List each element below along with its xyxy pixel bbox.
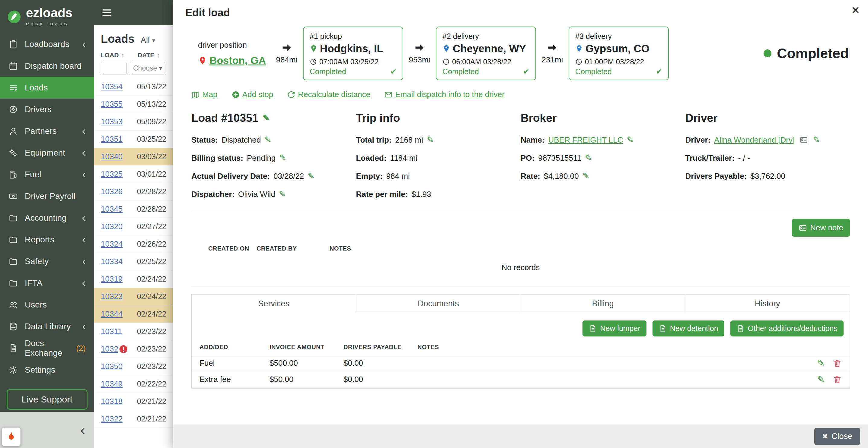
load-number-link[interactable]: 10325 [101, 169, 123, 179]
load-row[interactable]: 103202/23/22 [94, 340, 173, 358]
driver-position-link[interactable]: Boston, GA [210, 55, 266, 66]
load-row[interactable]: 1032503/01/22 [94, 166, 173, 183]
tab-services[interactable]: Services [191, 294, 356, 313]
column-date[interactable]: DATE ↕ [137, 51, 160, 59]
sidebar-item-loads[interactable]: Loads [0, 77, 94, 99]
column-load[interactable]: LOAD ↕ [101, 51, 137, 59]
sort-icon[interactable]: ↕ [157, 52, 160, 59]
load-number-link[interactable]: 10350 [101, 362, 123, 371]
load-number-link[interactable]: 10353 [101, 117, 123, 126]
sidebar-item-fuel[interactable]: Fuel ‹ [0, 164, 94, 185]
sidebar-item-docs-exchange[interactable]: Docs Exchange (2) [0, 337, 94, 359]
stop-card-pickup-1[interactable]: #1 pickup Hodgkins, IL 07:00AM 03/25/22 … [303, 27, 403, 80]
load-number-link[interactable]: 10320 [101, 222, 123, 231]
load-number-link[interactable]: 10354 [101, 82, 123, 91]
load-number-link[interactable]: 10318 [101, 397, 123, 406]
delete-service-icon[interactable] [833, 358, 842, 368]
tab-billing[interactable]: Billing [521, 294, 685, 313]
edit-status-icon[interactable]: ✎ [265, 136, 271, 144]
load-row[interactable]: 1034003/03/22 [94, 148, 173, 166]
load-number-link[interactable]: 10326 [101, 187, 123, 196]
sidebar-item-equipment[interactable]: Equipment ‹ [0, 142, 94, 164]
close-button[interactable]: ✖ Close [814, 428, 860, 445]
sidebar-item-accounting[interactable]: Accounting ‹ [0, 207, 94, 229]
edit-delivery-date-icon[interactable]: ✎ [308, 172, 314, 180]
menu-icon[interactable] [101, 7, 112, 18]
load-row[interactable]: 1035103/25/22 [94, 131, 173, 148]
sidebar-item-reports[interactable]: Reports ‹ [0, 229, 94, 250]
stop-card-delivery-2[interactable]: #2 delivery Cheyenne, WY 06:00AM 03/28/2… [436, 27, 536, 80]
load-number-link[interactable]: 10345 [101, 204, 123, 214]
load-number-link[interactable]: 10349 [101, 379, 123, 389]
sidebar-item-settings[interactable]: Settings [0, 359, 94, 381]
load-row[interactable]: 1035405/13/22 [94, 78, 173, 96]
delete-service-icon[interactable] [833, 375, 842, 384]
load-row[interactable]: 1034502/28/22 [94, 201, 173, 218]
driver-name-link[interactable]: Alina Wonderland [Drv] [714, 135, 795, 145]
load-number-link[interactable]: 10334 [101, 257, 123, 266]
map-link[interactable]: Map [191, 90, 218, 99]
load-row[interactable]: 1035305/09/22 [94, 113, 173, 131]
edit-dispatcher-icon[interactable]: ✎ [279, 190, 286, 198]
load-row[interactable]: 1034402/24/22 [94, 305, 173, 323]
tab-documents[interactable]: Documents [356, 294, 521, 313]
tab-history[interactable]: History [685, 294, 850, 313]
new-lumper-button[interactable]: New lumper [583, 320, 646, 337]
load-row[interactable]: 1031102/23/22 [94, 323, 173, 340]
load-row[interactable]: 1035002/23/22 [94, 358, 173, 375]
sidebar-item-users[interactable]: Users [0, 294, 94, 316]
edit-service-icon[interactable]: ✎ [817, 375, 825, 384]
sidebar-item-drivers[interactable]: Drivers [0, 99, 94, 120]
other-additions-deductions-button[interactable]: Other additions/deductions [731, 320, 843, 337]
sidebar-item-ifta[interactable]: IFTA ‹ [0, 272, 94, 294]
load-row[interactable]: 1034902/22/22 [94, 375, 173, 393]
corner-logo-badge[interactable] [2, 427, 21, 446]
stop-card-delivery-3[interactable]: #3 delivery Gypsum, CO 01:00PM 03/28/22 … [568, 27, 669, 80]
load-row[interactable]: 1032002/27/22 [94, 218, 173, 236]
sidebar-item-safety[interactable]: Safety ‹ [0, 250, 94, 272]
sidebar-item-loadboards[interactable]: Loadboards ‹ [0, 33, 94, 55]
load-number-link[interactable]: 10344 [101, 309, 123, 319]
email-dispatch-link[interactable]: Email dispatch info to the driver [384, 90, 505, 99]
load-row[interactable]: 1032302/24/22 [94, 288, 173, 305]
load-row[interactable]: 1032602/28/22 [94, 183, 173, 201]
sidebar-item-data-library[interactable]: Data Library ‹ [0, 316, 94, 337]
new-note-button[interactable]: New note [792, 219, 850, 237]
sidebar-collapse-icon[interactable]: ‹ [80, 423, 85, 437]
date-filter-dropdown[interactable]: Choose ▾ [130, 62, 165, 74]
sort-icon[interactable]: ↕ [121, 52, 124, 59]
load-row[interactable]: 1032202/21/22 [94, 410, 173, 428]
modal-close-icon[interactable]: × [851, 3, 860, 17]
edit-total-trip-icon[interactable]: ✎ [427, 136, 434, 144]
load-number-link[interactable]: 10322 [101, 414, 123, 423]
load-row[interactable]: 1033402/25/22 [94, 253, 173, 270]
load-number-link[interactable]: 10323 [101, 292, 123, 301]
add-stop-link[interactable]: Add stop [231, 90, 273, 99]
edit-driver-icon[interactable]: ✎ [813, 136, 820, 144]
sidebar-item-partners[interactable]: Partners ‹ [0, 120, 94, 142]
load-number-link[interactable]: 10351 [101, 134, 123, 144]
live-support-button[interactable]: Live Support [7, 389, 88, 410]
load-number-link[interactable]: 10355 [101, 100, 123, 109]
edit-billing-status-icon[interactable]: ✎ [279, 154, 286, 162]
load-row[interactable]: 1032402/26/22 [94, 236, 173, 253]
load-row[interactable]: 1031902/24/22 [94, 270, 173, 288]
recalculate-distance-link[interactable]: Recalculate distance [287, 90, 370, 99]
load-number-link[interactable]: 10340 [101, 152, 123, 161]
edit-po-icon[interactable]: ✎ [585, 154, 592, 162]
load-filter-input[interactable] [101, 62, 127, 74]
load-number-link[interactable]: 10324 [101, 239, 123, 249]
sidebar-item-driver-payroll[interactable]: Driver Payroll [0, 185, 94, 207]
load-number-link[interactable]: 10319 [101, 274, 123, 284]
load-row[interactable]: 1035505/13/22 [94, 96, 173, 113]
edit-broker-icon[interactable]: ✎ [627, 136, 634, 144]
edit-service-icon[interactable]: ✎ [817, 359, 825, 368]
app-logo[interactable]: ezloads easy loads [0, 0, 94, 31]
load-number-link[interactable]: 1032 [101, 344, 118, 354]
loads-scope-dropdown[interactable]: All ▾ [141, 36, 155, 45]
edit-load-number-icon[interactable]: ✎ [262, 114, 270, 123]
broker-name-link[interactable]: UBER FREIGHT LLC [548, 135, 623, 145]
sidebar-item-dispatch-board[interactable]: Dispatch board [0, 55, 94, 77]
edit-rate-icon[interactable]: ✎ [583, 172, 589, 180]
new-detention-button[interactable]: New detention [652, 320, 724, 337]
